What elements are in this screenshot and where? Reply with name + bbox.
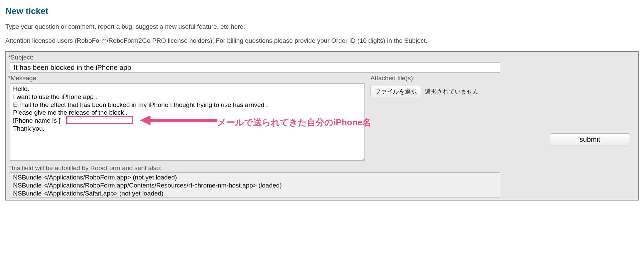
choose-file-button[interactable]: ファイルを選択 — [370, 86, 421, 97]
autofill-textarea[interactable] — [10, 172, 500, 198]
message-textarea[interactable] — [10, 83, 364, 161]
intro-text-1: Type your question or comment, report a … — [5, 23, 639, 30]
subject-input[interactable] — [10, 62, 500, 73]
subject-label: *Subject: — [8, 53, 636, 62]
page-title: New ticket — [5, 6, 639, 16]
submit-button[interactable]: submit — [550, 133, 630, 145]
intro-text-2: Attention licensed users (RoboForm/RoboF… — [5, 37, 639, 44]
attached-files-label: Attached file(s): — [370, 74, 636, 83]
autofill-label: This field will be autofilled by RoboFor… — [8, 164, 636, 172]
ticket-form: *Subject: *Message: メールで送られてきた自分のiPhone名 — [5, 51, 639, 201]
file-status-text: 選択されていません — [425, 88, 479, 96]
message-label: *Message: — [8, 74, 364, 83]
